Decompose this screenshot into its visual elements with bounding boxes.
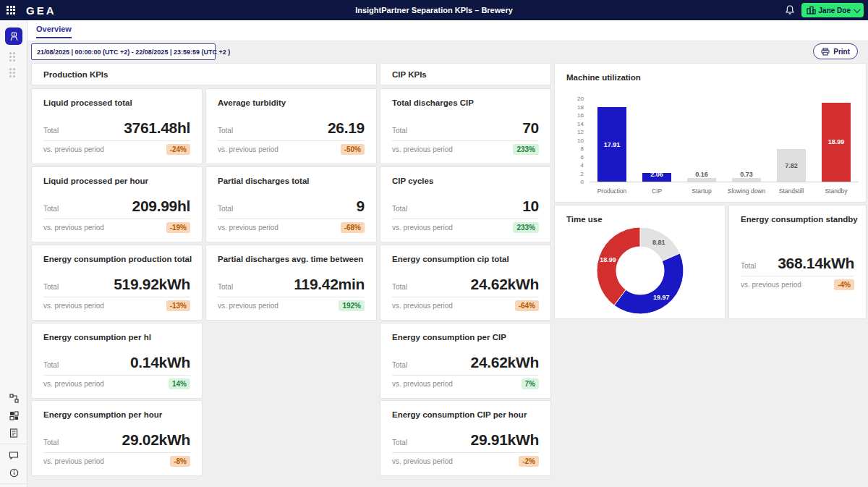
- x-axis-line: [590, 182, 859, 182]
- kpi-title: Average turbidity: [218, 98, 286, 107]
- kpi-total-label: Total: [43, 205, 59, 213]
- kpi-vs-label: vs. previous period: [392, 145, 453, 153]
- kpi-total-label: Total: [218, 127, 233, 135]
- x-axis-category-label: Production: [597, 187, 627, 195]
- drag-handle-icon[interactable]: [9, 68, 15, 77]
- kpi-card: Liquid processed per hourTotal209.99hlvs…: [31, 166, 203, 242]
- tab-bar: Overview: [27, 20, 868, 41]
- section-header-cip: CIP KPIs: [380, 63, 551, 85]
- user-name: Jane Doe: [819, 7, 851, 14]
- gea-logo[interactable]: GEA: [26, 4, 56, 16]
- kpi-delta-badge: -24%: [166, 144, 190, 155]
- machine-utilization-card: Machine utilization 0246810121416182017.…: [554, 63, 867, 203]
- kpi-title: Partial discharges avg. time between: [218, 255, 363, 263]
- app-launcher-icon[interactable]: [7, 6, 16, 15]
- toolbar: 21/08/2025 | 00:00:00 (UTC +2) - 22/08/2…: [27, 41, 868, 63]
- kpi-card: Energy consumption cip totalTotal24.62kW…: [380, 245, 551, 321]
- time-use-donut-chart: 8.8119.9718.99: [555, 206, 726, 320]
- section-header-production: Production KPIs: [31, 63, 377, 85]
- kpi-total-label: Total: [218, 283, 233, 291]
- kpi-total-label: Total: [218, 205, 233, 213]
- kpi-vs-label: vs. previous period: [741, 281, 801, 289]
- kpi-vs-label: vs. previous period: [218, 145, 278, 153]
- y-axis-tick: 18: [565, 104, 584, 111]
- kpi-title: Energy consumption per hour: [43, 410, 162, 419]
- kpi-delta-badge: -4%: [834, 279, 854, 290]
- bar-value-label: 0.16: [695, 171, 708, 178]
- kpi-card: Total discharges CIPTotal70vs. previous …: [380, 88, 551, 164]
- kpi-card: Energy consumption per hourTotal29.02kWh…: [31, 400, 203, 476]
- y-axis-tick: 12: [565, 129, 584, 135]
- x-axis-category-label: CIP: [652, 187, 662, 195]
- kpi-title: Partial discharges total: [218, 177, 310, 185]
- kpi-card: Average turbidityTotal26.19vs. previous …: [205, 88, 377, 164]
- kpi-value: 24.62kWh: [471, 276, 539, 293]
- kpi-value: 209.99hl: [132, 198, 191, 215]
- x-axis-category-label: Startup: [692, 187, 711, 195]
- date-range-picker[interactable]: 21/08/2025 | 00:00:00 (UTC +2) - 22/08/2…: [31, 43, 216, 60]
- section-title: CIP KPIs: [380, 64, 550, 85]
- workflow-icon[interactable]: [0, 389, 27, 407]
- kpi-card-energy-standby: Energy consumption standby Total 368.14k…: [728, 205, 867, 319]
- print-button[interactable]: Print: [813, 43, 858, 59]
- kpi-vs-label: vs. previous period: [392, 457, 453, 465]
- kpi-card: Energy consumption per CIPTotal24.62kWhv…: [380, 323, 551, 399]
- x-axis-category-label: Standby: [825, 187, 847, 195]
- y-axis-tick: 6: [565, 154, 584, 161]
- x-axis-category-label: Standstill: [779, 187, 804, 195]
- kpi-value: 3761.48hl: [124, 119, 190, 137]
- page-title: InsightPartner Separation KPIs – Brewery: [0, 6, 868, 14]
- y-axis-tick: 0: [565, 179, 584, 185]
- kpi-value: 519.92kWh: [114, 276, 190, 293]
- kpi-value: 0.14kWh: [130, 354, 190, 371]
- kpi-total-label: Total: [392, 361, 407, 369]
- kpi-vs-label: vs. previous period: [43, 380, 104, 388]
- kpi-title: Liquid processed total: [43, 98, 132, 107]
- kpi-title: Energy consumption standby: [741, 215, 858, 224]
- divider: [0, 444, 27, 444]
- kpi-title: CIP cycles: [392, 177, 433, 185]
- user-menu-button[interactable]: Jane Doe: [801, 3, 864, 17]
- y-axis-tick: 10: [565, 137, 584, 144]
- kpi-vs-label: vs. previous period: [218, 224, 278, 232]
- kpi-vs-label: vs. previous period: [392, 302, 453, 310]
- kpi-card: Energy consumption CIP per hourTotal29.9…: [380, 400, 551, 476]
- kpi-delta-badge: 7%: [522, 378, 539, 389]
- kpi-total-label: Total: [392, 127, 407, 135]
- kpi-title: Energy consumption per CIP: [392, 333, 506, 342]
- report-icon[interactable]: [0, 424, 27, 441]
- kpi-delta-badge: -64%: [515, 300, 539, 311]
- info-icon[interactable]: [0, 464, 27, 481]
- kpi-value: 70: [522, 119, 539, 137]
- asset-app-icon[interactable]: [5, 27, 22, 45]
- kpi-title: Energy consumption CIP per hour: [392, 410, 527, 419]
- kpi-value: 368.14kWh: [778, 255, 854, 272]
- tab-overview[interactable]: Overview: [36, 25, 72, 38]
- y-axis-tick: 16: [565, 112, 584, 119]
- notifications-bell-icon[interactable]: [784, 4, 796, 16]
- kpi-delta-badge: 233%: [513, 222, 539, 233]
- kpi-delta-badge: 192%: [339, 300, 365, 311]
- bar-value-label: 7.82: [785, 162, 798, 169]
- dashboard-icon[interactable]: [0, 407, 27, 424]
- donut-segment: [614, 253, 684, 314]
- kpi-vs-label: vs. previous period: [218, 302, 278, 310]
- kpi-value: 10: [522, 198, 539, 215]
- drag-handle-icon[interactable]: [9, 52, 15, 62]
- kpi-card: Partial discharges totalTotal9vs. previo…: [205, 166, 377, 242]
- kpi-delta-badge: -8%: [170, 456, 190, 467]
- kpi-value: 29.91kWh: [471, 431, 539, 449]
- kpi-vs-label: vs. previous period: [43, 302, 104, 310]
- kpi-vs-label: vs. previous period: [392, 380, 453, 388]
- kpi-total-label: Total: [741, 262, 756, 270]
- feedback-chat-icon[interactable]: [0, 446, 27, 464]
- kpi-value: 24.62kWh: [471, 354, 539, 371]
- donut-segment-label: 8.81: [652, 239, 665, 246]
- kpi-card: Energy consumption per hlTotal0.14kWhvs.…: [31, 323, 203, 399]
- left-sidebar: [0, 20, 27, 487]
- kpi-value: 26.19: [328, 119, 365, 137]
- y-axis-tick: 14: [565, 121, 584, 127]
- donut-segment-label: 19.97: [653, 294, 670, 301]
- divider: [0, 483, 27, 484]
- kpi-total-label: Total: [43, 283, 59, 291]
